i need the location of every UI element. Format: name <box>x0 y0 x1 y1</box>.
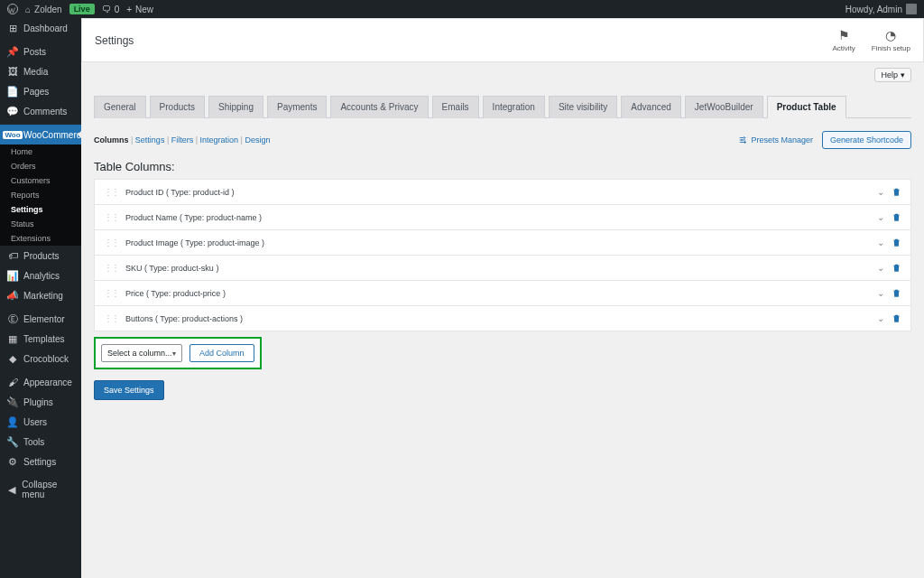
comments-link[interactable]: 🗨 0 <box>102 5 120 14</box>
delete-button[interactable] <box>892 212 901 222</box>
svg-point-3 <box>744 142 746 144</box>
comment-count: 0 <box>115 5 120 14</box>
new-link[interactable]: + New <box>126 5 153 14</box>
user-icon: 👤 <box>7 416 18 427</box>
sidebar-subitem-status[interactable]: Status <box>0 217 81 231</box>
sidebar-item-label: Templates <box>23 334 65 344</box>
delete-button[interactable] <box>892 313 901 323</box>
sidebar-item-users[interactable]: 👤Users <box>0 412 81 432</box>
tab-product-table[interactable]: Product Table <box>767 96 846 118</box>
drag-handle-icon[interactable]: ⋮⋮ <box>104 212 118 222</box>
sidebar-item-posts[interactable]: 📌Posts <box>0 42 81 61</box>
howdy-link[interactable]: Howdy, Admin <box>845 4 917 14</box>
sidebar-item-label: Tools <box>23 437 44 447</box>
sidebar-subitem-reports[interactable]: Reports <box>0 188 81 202</box>
expand-toggle[interactable]: ⌄ <box>877 263 884 273</box>
sidebar-item-products[interactable]: 🏷Products <box>0 246 81 266</box>
column-row: ⋮⋮Product Image ( Type: product-image )⌄ <box>94 230 911 256</box>
chevron-down-icon: ▾ <box>901 70 905 79</box>
sidebar-item-label: Crocoblock <box>23 354 69 364</box>
finish-setup-button[interactable]: ◔ Finish setup <box>872 28 910 52</box>
tab-jetwoobuilder[interactable]: JetWooBuilder <box>685 96 763 118</box>
save-settings-button[interactable]: Save Settings <box>94 380 164 400</box>
tab-payments[interactable]: Payments <box>267 96 327 118</box>
column-label: Price ( Type: product-price ) <box>125 289 870 298</box>
delete-button[interactable] <box>892 238 901 247</box>
expand-toggle[interactable]: ⌄ <box>877 238 884 247</box>
sidebar-item-collapse-menu[interactable]: ◀Collapse menu <box>0 475 81 504</box>
sidebar-item-pages[interactable]: 📄Pages <box>0 81 81 101</box>
site-name-link[interactable]: ⌂ Zolden <box>25 5 62 14</box>
drag-handle-icon[interactable]: ⋮⋮ <box>104 288 118 298</box>
sidebar-subitem-home[interactable]: Home <box>0 144 81 159</box>
sidebar-item-comments[interactable]: 💬Comments <box>0 101 81 121</box>
sublink-settings[interactable]: Settings <box>135 135 165 144</box>
help-toggle[interactable]: Help ▾ <box>874 68 911 82</box>
sidebar-item-elementor[interactable]: ⒺElementor <box>0 309 81 329</box>
main-content: Settings ⚑ Activity ◔ Finish setup Help … <box>81 18 924 578</box>
sublink-design[interactable]: Design <box>245 135 270 144</box>
svg-point-1 <box>744 137 745 139</box>
subnav-row: Columns | Settings | Filters | Integrati… <box>81 118 924 156</box>
drag-handle-icon[interactable]: ⋮⋮ <box>104 313 118 323</box>
drag-handle-icon[interactable]: ⋮⋮ <box>104 238 118 247</box>
presets-manager-link[interactable]: Presets Manager <box>738 135 813 144</box>
generate-shortcode-button[interactable]: Generate Shortcode <box>822 131 911 149</box>
delete-button[interactable] <box>892 288 901 298</box>
drag-handle-icon[interactable]: ⋮⋮ <box>104 187 118 197</box>
column-select[interactable]: Select a column... ▾ <box>101 344 182 362</box>
sidebar-subitem-orders[interactable]: Orders <box>0 159 81 173</box>
sidebar-item-label: Pages <box>23 87 49 97</box>
sublink-columns[interactable]: Columns <box>94 135 129 144</box>
expand-toggle[interactable]: ⌄ <box>877 187 884 197</box>
delete-button[interactable] <box>892 187 901 197</box>
elem-icon: Ⓔ <box>7 313 18 324</box>
tab-emails[interactable]: Emails <box>432 96 479 118</box>
sidebar-item-crocoblock[interactable]: ◆Crocoblock <box>0 349 81 368</box>
settings-tabs: GeneralProductsShippingPaymentsAccounts … <box>94 95 911 118</box>
sidebar-item-woocommerce[interactable]: WooWooCommerce <box>0 125 81 144</box>
sidebar-item-dashboard[interactable]: ⊞Dashboard <box>0 18 81 38</box>
expand-toggle[interactable]: ⌄ <box>877 212 884 222</box>
tab-products[interactable]: Products <box>150 96 205 118</box>
tab-general[interactable]: General <box>94 96 146 118</box>
new-label: New <box>135 5 153 14</box>
sidebar-item-label: Elementor <box>23 314 65 324</box>
delete-button[interactable] <box>892 263 901 273</box>
sidebar-subitem-settings[interactable]: Settings <box>0 202 81 217</box>
wp-logo[interactable] <box>7 4 18 14</box>
sidebar-item-marketing[interactable]: 📣Marketing <box>0 285 81 305</box>
dash-icon: ⊞ <box>7 23 18 33</box>
avatar <box>906 4 917 14</box>
sidebar-item-appearance[interactable]: 🖌Appearance <box>0 372 81 392</box>
sidebar-item-analytics[interactable]: 📊Analytics <box>0 266 81 285</box>
plug-icon: 🔌 <box>7 396 18 407</box>
sidebar-item-label: WooCommerce <box>23 130 81 140</box>
sublink-filters[interactable]: Filters <box>171 135 194 144</box>
add-column-button[interactable]: Add Column <box>189 344 254 362</box>
column-label: SKU ( Type: product-sku ) <box>125 264 870 273</box>
sidebar-item-tools[interactable]: 🔧Tools <box>0 432 81 452</box>
activity-button[interactable]: ⚑ Activity <box>833 28 855 52</box>
tab-accounts-privacy[interactable]: Accounts & Privacy <box>330 96 428 118</box>
sidebar-subitem-customers[interactable]: Customers <box>0 173 81 188</box>
sidebar-item-media[interactable]: 🖼Media <box>0 61 81 81</box>
tmpl-icon: ▦ <box>7 333 18 344</box>
sidebar-subitem-extensions[interactable]: Extensions <box>0 231 81 246</box>
mega-icon: 📣 <box>7 290 18 301</box>
tab-site-visibility[interactable]: Site visibility <box>549 96 617 118</box>
tab-advanced[interactable]: Advanced <box>621 96 680 118</box>
sidebar-item-plugins[interactable]: 🔌Plugins <box>0 392 81 412</box>
sidebar-item-settings[interactable]: ⚙Settings <box>0 452 81 471</box>
help-label: Help <box>881 70 898 79</box>
column-row: ⋮⋮SKU ( Type: product-sku )⌄ <box>94 256 911 281</box>
sidebar-item-label: Users <box>23 417 47 427</box>
tab-integration[interactable]: Integration <box>483 96 545 118</box>
expand-toggle[interactable]: ⌄ <box>877 313 884 323</box>
drag-handle-icon[interactable]: ⋮⋮ <box>104 263 118 273</box>
sidebar-item-templates[interactable]: ▦Templates <box>0 329 81 349</box>
expand-toggle[interactable]: ⌄ <box>877 288 884 298</box>
tab-shipping[interactable]: Shipping <box>208 96 263 118</box>
sublink-integration[interactable]: Integration <box>200 135 239 144</box>
svg-point-2 <box>742 139 744 141</box>
